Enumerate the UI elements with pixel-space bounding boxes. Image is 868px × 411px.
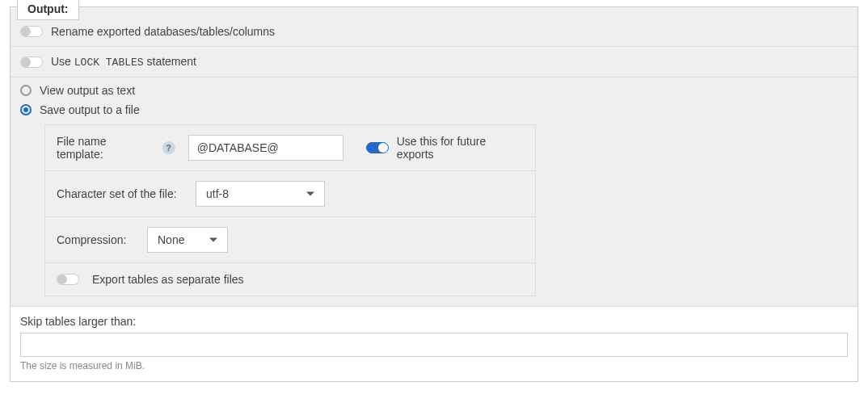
skip-section: Skip tables larger than: The size is mea… [11, 306, 857, 381]
filename-template-input[interactable] [188, 135, 343, 161]
export-separate-toggle[interactable] [57, 274, 79, 285]
compression-value: None [158, 233, 184, 246]
compression-label: Compression: [57, 233, 134, 246]
export-separate-label: Export tables as separate files [92, 273, 244, 286]
output-mode-section: View output as text Save output to a fil… [11, 78, 857, 296]
help-icon[interactable]: ? [162, 141, 175, 154]
fieldset-legend: Output: [17, 0, 79, 20]
lock-tables-label: Use LOCK TABLES statement [51, 55, 196, 69]
save-to-file-radio[interactable] [20, 104, 32, 115]
row-filename-template: File name template: ? Use this for futur… [45, 125, 535, 170]
skip-hint: The size is measured in MiB. [20, 360, 848, 371]
rename-toggle[interactable] [20, 26, 43, 37]
skip-size-input[interactable] [20, 333, 848, 357]
row-rename: Rename exported databases/tables/columns [11, 17, 857, 47]
lock-tables-toggle[interactable] [20, 57, 43, 68]
charset-label: Character set of the file: [57, 187, 183, 200]
row-save-to-file: Save output to a file [11, 100, 857, 124]
lock-tables-code: LOCK TABLES [74, 57, 144, 69]
future-exports-toggle[interactable] [366, 142, 389, 153]
chevron-down-icon [209, 238, 217, 242]
output-fieldset: Output: Rename exported databases/tables… [10, 6, 858, 382]
save-file-panel: File name template: ? Use this for futur… [44, 124, 536, 296]
skip-label: Skip tables larger than: [20, 315, 848, 328]
row-lock-tables: Use LOCK TABLES statement [11, 47, 857, 78]
save-to-file-label: Save output to a file [40, 103, 140, 116]
rename-label: Rename exported databases/tables/columns [51, 25, 275, 38]
future-exports-label: Use this for future exports [397, 135, 524, 161]
row-charset: Character set of the file: utf-8 [45, 170, 535, 216]
compression-select[interactable]: None [147, 227, 228, 253]
charset-value: utf-8 [206, 187, 229, 200]
view-as-text-radio[interactable] [20, 85, 32, 96]
chevron-down-icon [306, 192, 314, 196]
view-as-text-label: View output as text [40, 84, 135, 97]
row-view-as-text: View output as text [11, 78, 857, 100]
charset-select[interactable]: utf-8 [196, 181, 325, 207]
row-compression: Compression: None [45, 216, 535, 262]
filename-template-label: File name template: [57, 135, 154, 161]
row-export-separate: Export tables as separate files [45, 262, 535, 296]
